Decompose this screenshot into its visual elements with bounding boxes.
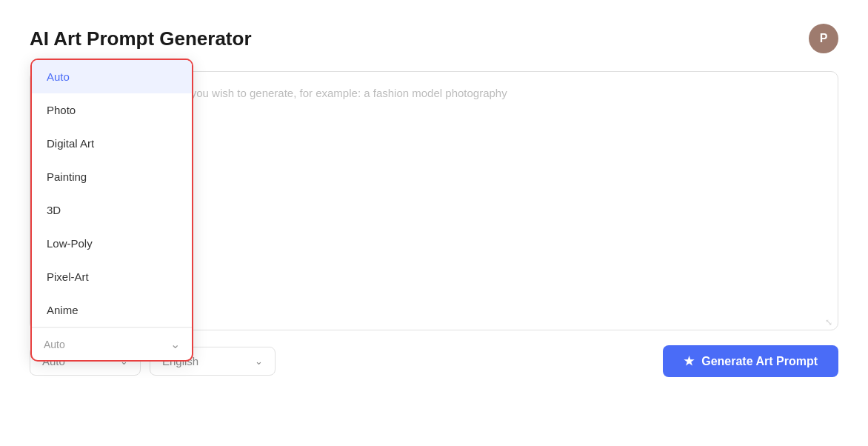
style-option-digital-art[interactable]: Digital Art: [32, 127, 192, 160]
bottom-bar: Auto Photo Digital Art Painting 3D Low-P…: [30, 345, 838, 377]
menu-footer: Auto ⌄: [32, 327, 192, 360]
footer-label: Auto: [44, 339, 65, 350]
style-dropdown[interactable]: Auto Photo Digital Art Painting 3D Low-P…: [30, 347, 141, 376]
star-icon: ★: [684, 354, 694, 368]
style-dropdown-menu: Auto Photo Digital Art Painting 3D Low-P…: [30, 59, 193, 362]
style-option-painting[interactable]: Painting: [32, 160, 192, 193]
generate-button[interactable]: ★ Generate Art Prompt: [663, 345, 838, 377]
footer-chevron: ⌄: [170, 337, 180, 351]
style-option-3d[interactable]: 3D: [32, 193, 192, 227]
resize-icon: ⤡: [825, 317, 832, 327]
style-option-low-poly[interactable]: Low-Poly: [32, 227, 192, 260]
main-content: ⤡ Auto Photo Digital Art Painting 3D Low…: [30, 71, 838, 377]
avatar[interactable]: P: [809, 24, 838, 53]
style-option-pixel-art[interactable]: Pixel-Art: [32, 260, 192, 293]
style-option-anime[interactable]: Anime: [32, 293, 192, 327]
generate-button-label: Generate Art Prompt: [701, 355, 818, 368]
page-title: AI Art Prompt Generator: [30, 27, 252, 50]
page-container: AI Art Prompt Generator P ⤡ Auto Photo D…: [0, 0, 868, 446]
chevron-down-icon-lang: ⌄: [255, 356, 263, 367]
style-option-photo[interactable]: Photo: [32, 93, 192, 127]
style-option-auto[interactable]: Auto: [32, 60, 192, 93]
header: AI Art Prompt Generator P: [30, 24, 838, 53]
